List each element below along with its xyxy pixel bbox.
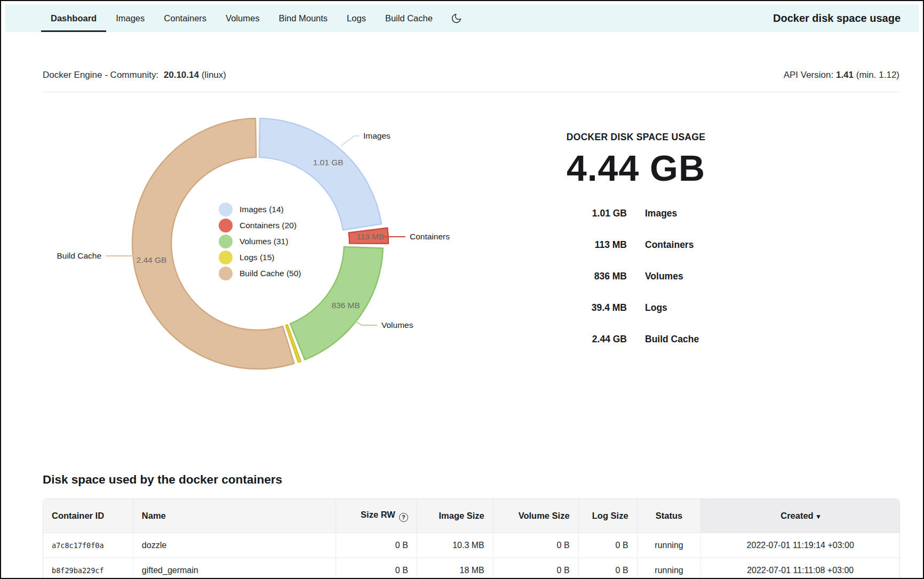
usage-size-value: 113 MB bbox=[519, 239, 627, 251]
legend-swatch-icon bbox=[219, 203, 233, 216]
engine-platform: (linux) bbox=[202, 70, 226, 80]
legend-item-images[interactable]: Images (14) bbox=[219, 203, 301, 216]
legend-swatch-icon bbox=[219, 267, 233, 280]
slice-callout-images: Images bbox=[363, 131, 391, 140]
usage-size-value: 2.44 GB bbox=[519, 334, 627, 345]
column-header-name[interactable]: Name bbox=[133, 499, 336, 533]
cell-log-size: 0 B bbox=[578, 558, 637, 579]
legend-label: Images (14) bbox=[240, 205, 284, 214]
engine-info-row: Docker Engine - Community: 20.10.14 (lin… bbox=[43, 69, 899, 81]
usage-category-label: Images bbox=[645, 208, 753, 219]
engine-label: Docker Engine - Community: bbox=[43, 70, 158, 80]
table-header-row: Container IDNameSize RW?Image SizeVolume… bbox=[43, 499, 899, 533]
engine-version-text: Docker Engine - Community: 20.10.14 (lin… bbox=[43, 69, 226, 81]
cell-created: 2022-07-01 11:11:08 +03:00 bbox=[700, 558, 899, 579]
cell-container-id: a7c8c17f0f0a bbox=[43, 533, 133, 558]
tab-bind-mounts[interactable]: Bind Mounts bbox=[269, 4, 337, 32]
leader-line-images bbox=[341, 136, 360, 146]
legend-label: Logs (15) bbox=[240, 253, 274, 262]
tab-images[interactable]: Images bbox=[106, 4, 154, 32]
slice-size-label-volumes: 836 MB bbox=[331, 301, 360, 310]
usage-category-label: Volumes bbox=[645, 271, 753, 282]
usage-category-label: Containers bbox=[645, 239, 753, 251]
column-header-image-size[interactable]: Image Size bbox=[417, 499, 493, 533]
api-label: API Version: bbox=[784, 70, 834, 80]
cell-status: running bbox=[637, 558, 701, 579]
legend-label: Build Cache (50) bbox=[240, 269, 301, 278]
slice-size-label-build-cache: 2.44 GB bbox=[137, 255, 167, 264]
column-header-volume-size[interactable]: Volume Size bbox=[493, 499, 578, 533]
api-version-text: API Version: 1.41 (min. 1.12) bbox=[784, 69, 899, 81]
usage-row-logs: 39.4 MBLogs bbox=[519, 302, 753, 313]
legend-label: Volumes (31) bbox=[240, 237, 288, 246]
legend-item-volumes[interactable]: Volumes (31) bbox=[219, 235, 301, 248]
tab-volumes[interactable]: Volumes bbox=[216, 4, 269, 32]
slice-size-label-containers: 113 MB bbox=[356, 232, 384, 241]
column-header-size-rw[interactable]: Size RW? bbox=[336, 499, 417, 533]
usage-row-build-cache: 2.44 GBBuild Cache bbox=[519, 334, 753, 345]
usage-size-value: 836 MB bbox=[519, 271, 627, 282]
column-header-log-size[interactable]: Log Size bbox=[578, 499, 637, 533]
table-row: b8f29ba229cfgifted_germain0 B18 MB0 B0 B… bbox=[43, 558, 899, 579]
legend-swatch-icon bbox=[219, 251, 233, 264]
usage-summary-panel: DOCKER DISK SPACE USAGE 4.44 GB 1.01 GBI… bbox=[519, 132, 753, 365]
column-header-created[interactable]: Created▾ bbox=[700, 499, 899, 533]
usage-panel-title: DOCKER DISK SPACE USAGE bbox=[519, 132, 753, 143]
cell-volume-size: 0 B bbox=[493, 533, 578, 558]
cell-image-size: 18 MB bbox=[417, 558, 493, 579]
legend-label: Containers (20) bbox=[240, 221, 297, 230]
legend-item-containers[interactable]: Containers (20) bbox=[219, 219, 301, 232]
usage-row-containers: 113 MBContainers bbox=[519, 239, 753, 251]
api-version: 1.41 bbox=[836, 70, 854, 80]
cell-container-id: b8f29ba229cf bbox=[43, 558, 133, 579]
sort-desc-icon: ▾ bbox=[817, 512, 821, 520]
usage-category-label: Logs bbox=[645, 302, 753, 313]
app-title: Docker disk space usage bbox=[773, 12, 901, 25]
slice-size-label-images: 1.01 GB bbox=[313, 158, 344, 167]
tab-containers[interactable]: Containers bbox=[154, 4, 216, 32]
nav-tabs: DashboardImagesContainersVolumesBind Mou… bbox=[41, 4, 442, 32]
usage-row-volumes: 836 MBVolumes bbox=[519, 271, 753, 282]
cell-created: 2022-07-01 11:19:14 +03:00 bbox=[700, 533, 899, 558]
usage-category-label: Build Cache bbox=[645, 334, 753, 345]
tab-dashboard[interactable]: Dashboard bbox=[41, 4, 106, 32]
help-icon[interactable]: ? bbox=[399, 513, 408, 522]
engine-version: 20.10.14 bbox=[164, 70, 199, 80]
cell-size-rw: 0 B bbox=[336, 533, 417, 558]
legend-item-build-cache[interactable]: Build Cache (50) bbox=[219, 267, 301, 280]
docker-disk-usage-page: { "header": { "app_title": "Docker disk … bbox=[0, 0, 924, 579]
legend-swatch-icon bbox=[219, 235, 233, 248]
tab-build-cache[interactable]: Build Cache bbox=[376, 4, 442, 32]
cell-name: dozzle bbox=[133, 533, 336, 558]
api-min-version: (min. 1.12) bbox=[856, 70, 899, 80]
tab-logs[interactable]: Logs bbox=[337, 4, 376, 32]
containers-table-title: Disk space used by the docker containers bbox=[43, 472, 899, 488]
cell-name: gifted_germain bbox=[133, 558, 336, 579]
containers-table: Container IDNameSize RW?Image SizeVolume… bbox=[43, 498, 900, 579]
cell-volume-size: 0 B bbox=[493, 558, 578, 579]
cell-size-rw: 0 B bbox=[336, 558, 417, 579]
slice-callout-volumes: Volumes bbox=[381, 320, 413, 329]
main-content: Docker Engine - Community: 20.10.14 (lin… bbox=[1, 69, 923, 579]
column-header-container-id[interactable]: Container ID bbox=[43, 499, 133, 533]
slice-callout-build-cache: Build Cache bbox=[57, 251, 101, 260]
usage-rows: 1.01 GBImages113 MBContainers836 MBVolum… bbox=[519, 208, 753, 345]
column-header-status[interactable]: Status bbox=[637, 499, 701, 533]
slice-callout-containers: Containers bbox=[410, 232, 450, 241]
legend-item-logs[interactable]: Logs (15) bbox=[219, 251, 301, 264]
usage-row-images: 1.01 GBImages bbox=[519, 208, 753, 219]
cell-image-size: 10.3 MB bbox=[417, 533, 493, 558]
cell-log-size: 0 B bbox=[578, 533, 637, 558]
usage-size-value: 1.01 GB bbox=[519, 208, 627, 219]
moon-icon bbox=[451, 13, 462, 24]
chart-legend: Images (14)Containers (20)Volumes (31)Lo… bbox=[219, 203, 301, 283]
top-navigation-bar: DashboardImagesContainersVolumesBind Mou… bbox=[5, 4, 919, 32]
dark-mode-toggle[interactable] bbox=[442, 4, 471, 32]
cell-status: running bbox=[637, 533, 701, 558]
usage-size-value: 39.4 MB bbox=[519, 302, 627, 313]
legend-swatch-icon bbox=[219, 219, 233, 232]
disk-usage-chart-section: 1.01 GB113 MB836 MB2.44 GB Images Contai… bbox=[43, 92, 899, 465]
table-row: a7c8c17f0f0adozzle0 B10.3 MB0 B0 Brunnin… bbox=[43, 533, 899, 558]
usage-total-value: 4.44 GB bbox=[519, 147, 753, 189]
